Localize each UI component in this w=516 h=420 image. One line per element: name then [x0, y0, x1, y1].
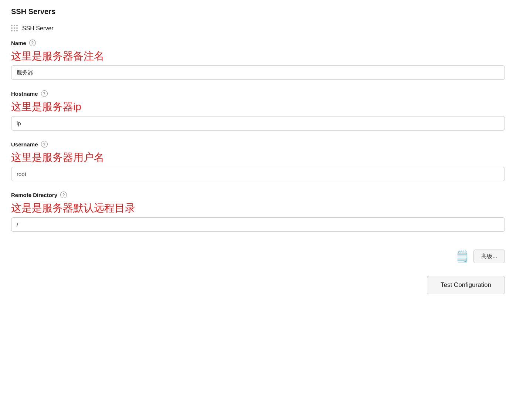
page-title: SSH Servers [11, 7, 505, 16]
remote-directory-help-icon[interactable]: ? [60, 192, 67, 198]
server-header: SSH Server [11, 25, 505, 32]
drag-handle-icon[interactable] [11, 25, 18, 32]
remote-directory-annotation: 这是是服务器默认远程目录 [11, 201, 505, 215]
name-input[interactable] [11, 65, 505, 80]
server-header-label: SSH Server [22, 25, 53, 32]
username-field-group: Username ? 这里是服务器用户名 [11, 141, 505, 181]
hostname-help-icon[interactable]: ? [41, 90, 48, 97]
name-label: Name [11, 40, 26, 46]
bottom-actions: 🗒️ 高级... [11, 250, 505, 263]
test-configuration-row: Test Configuration [11, 276, 505, 294]
name-label-row: Name ? [11, 40, 505, 46]
username-help-icon[interactable]: ? [41, 141, 48, 148]
hostname-label-row: Hostname ? [11, 90, 505, 97]
notes-icon[interactable]: 🗒️ [455, 250, 469, 263]
name-field-group: Name ? 这里是服务器备注名 [11, 40, 505, 80]
hostname-label: Hostname [11, 91, 38, 97]
username-label-row: Username ? [11, 141, 505, 148]
remote-directory-label-row: Remote Directory ? [11, 192, 505, 198]
hostname-field-group: Hostname ? 这里是服务器ip [11, 90, 505, 131]
username-input[interactable] [11, 167, 505, 181]
remote-directory-input[interactable] [11, 217, 505, 232]
name-annotation: 这里是服务器备注名 [11, 49, 505, 63]
username-label: Username [11, 141, 38, 148]
hostname-annotation: 这里是服务器ip [11, 100, 505, 114]
hostname-input[interactable] [11, 116, 505, 131]
remote-directory-label: Remote Directory [11, 192, 57, 198]
advanced-button[interactable]: 高级... [473, 250, 505, 263]
name-help-icon[interactable]: ? [29, 40, 36, 46]
username-annotation: 这里是服务器用户名 [11, 150, 505, 165]
test-configuration-button[interactable]: Test Configuration [427, 276, 505, 294]
remote-directory-field-group: Remote Directory ? 这是是服务器默认远程目录 [11, 192, 505, 232]
server-section: SSH Server Name ? 这里是服务器备注名 Hostname ? 这… [11, 25, 505, 294]
